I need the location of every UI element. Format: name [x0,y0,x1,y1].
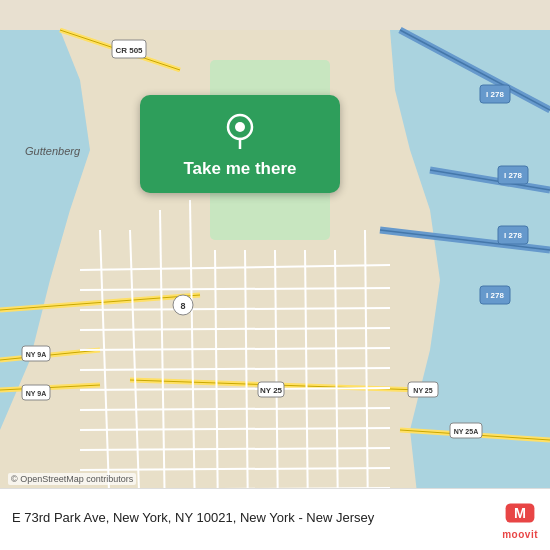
svg-text:NY 25A: NY 25A [454,428,478,435]
svg-text:I 278: I 278 [486,90,504,99]
take-me-there-button[interactable]: Take me there [140,95,340,193]
svg-text:Guttenberg: Guttenberg [25,145,81,157]
svg-point-68 [235,122,245,132]
svg-text:NY 25: NY 25 [260,386,283,395]
location-pin-icon [222,113,258,149]
info-bar: E 73rd Park Ave, New York, NY 10021, New… [0,488,550,550]
map-container: CR 505 8 NY 25 NY 9A NY 9A I 278 I 278 I… [0,0,550,550]
map-background: CR 505 8 NY 25 NY 9A NY 9A I 278 I 278 I… [0,0,550,550]
moovit-logo[interactable]: M moovit [502,497,538,540]
moovit-icon: M [504,497,536,529]
svg-text:NY 25: NY 25 [413,387,432,394]
address-text: E 73rd Park Ave, New York, NY 10021, New… [12,509,502,527]
svg-text:NY 9A: NY 9A [26,390,47,397]
svg-text:CR 505: CR 505 [115,46,143,55]
svg-text:M: M [514,505,526,521]
moovit-text: moovit [502,529,538,540]
svg-text:8: 8 [180,301,185,311]
osm-copyright: © OpenStreetMap contributors [8,473,136,485]
svg-text:I 278: I 278 [504,231,522,240]
svg-text:I 278: I 278 [504,171,522,180]
take-me-there-label: Take me there [183,159,296,179]
svg-text:I 278: I 278 [486,291,504,300]
svg-text:NY 9A: NY 9A [26,351,47,358]
